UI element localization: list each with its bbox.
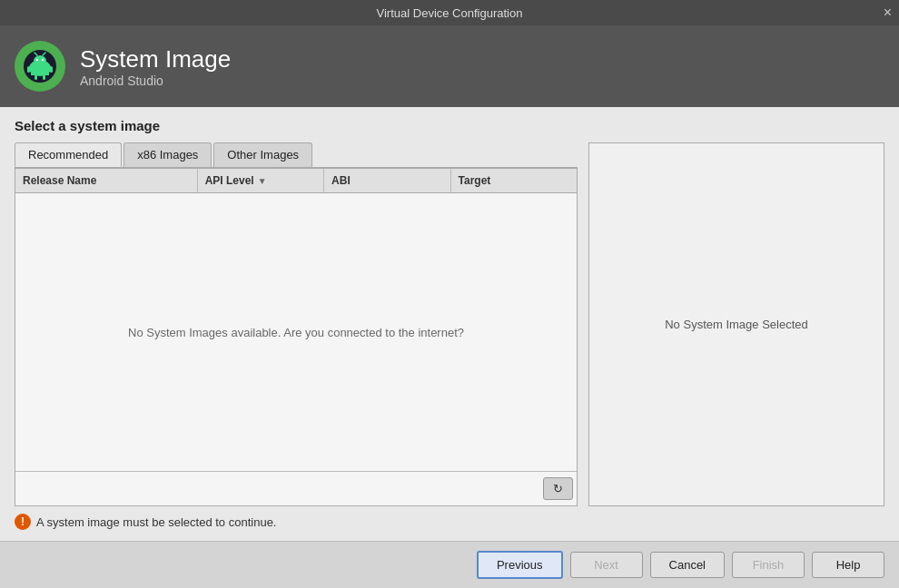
header-title: System Image [80, 45, 231, 74]
header-text: System Image Android Studio [80, 45, 231, 88]
warning-icon: ! [15, 514, 31, 530]
refresh-row: ↻ [15, 471, 577, 505]
warning-row: ! A system image must be selected to con… [15, 506, 884, 534]
footer: Previous Next Cancel Finish Help [0, 541, 899, 588]
sort-icon: ▼ [258, 176, 267, 186]
col-release-name[interactable]: Release Name [15, 169, 198, 192]
col-abi[interactable]: ABI [324, 169, 450, 192]
android-logo-icon [22, 48, 58, 84]
tab-x86images[interactable]: x86 Images [123, 142, 212, 167]
previous-button[interactable]: Previous [477, 551, 563, 579]
table-empty-message: No System Images available. Are you conn… [15, 193, 577, 471]
col-target[interactable]: Target [451, 169, 577, 192]
warning-message: A system image must be selected to conti… [36, 515, 276, 529]
svg-rect-2 [31, 68, 49, 75]
svg-point-3 [34, 55, 46, 66]
tab-recommended[interactable]: Recommended [15, 142, 122, 167]
svg-rect-10 [35, 74, 37, 80]
tab-bar: Recommended x86 Images Other Images [15, 142, 578, 168]
svg-rect-9 [50, 66, 53, 73]
cancel-button[interactable]: Cancel [650, 552, 725, 578]
col-api-level[interactable]: API Level ▼ [198, 169, 324, 192]
next-button[interactable]: Next [570, 552, 643, 578]
title-bar: Virtual Device Configuration × [0, 0, 899, 25]
header: System Image Android Studio [0, 25, 899, 107]
no-image-selected-text: No System Image Selected [665, 318, 808, 331]
dialog-title: Virtual Device Configuration [377, 6, 523, 20]
svg-rect-11 [43, 74, 45, 80]
section-title: Select a system image [15, 118, 884, 133]
close-button[interactable]: × [884, 5, 892, 20]
finish-button[interactable]: Finish [732, 552, 805, 578]
android-studio-logo [15, 41, 65, 92]
table-header: Release Name API Level ▼ ABI Target [15, 169, 577, 193]
system-image-table: Release Name API Level ▼ ABI Target No S… [15, 168, 578, 506]
svg-rect-8 [27, 66, 30, 73]
tab-otherimages[interactable]: Other Images [213, 142, 312, 167]
svg-point-4 [36, 59, 38, 61]
left-panel: Recommended x86 Images Other Images Rele… [15, 142, 578, 506]
help-button[interactable]: Help [812, 552, 884, 578]
right-panel: No System Image Selected [588, 142, 884, 506]
content-area: Recommended x86 Images Other Images Rele… [15, 142, 884, 506]
main-content: Select a system image Recommended x86 Im… [0, 107, 899, 541]
refresh-button[interactable]: ↻ [543, 477, 573, 500]
svg-point-5 [42, 59, 44, 61]
header-subtitle: Android Studio [80, 74, 231, 88]
